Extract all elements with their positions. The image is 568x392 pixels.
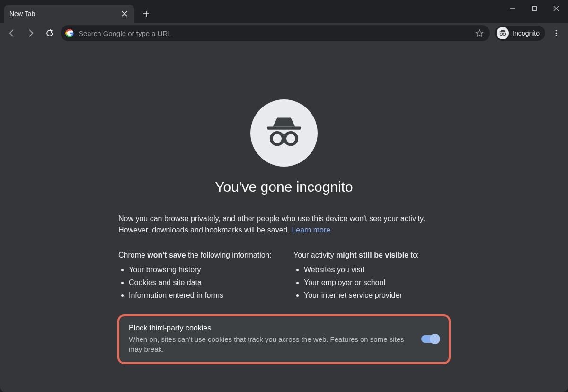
incognito-hero-icon [250,99,318,167]
svg-point-7 [556,35,557,36]
intro-text: Now you can browse privately, and other … [118,213,450,236]
forward-button[interactable] [23,25,39,41]
reload-button[interactable] [42,25,58,41]
svg-point-6 [556,33,557,34]
titlebar: New Tab [0,0,568,23]
visible-to-heading: Your activity might still be visible to: [293,251,450,259]
visible-to-column: Your activity might still be visible to:… [293,251,450,302]
close-window-icon[interactable] [545,0,567,17]
incognito-icon [497,27,509,39]
block-cookies-toggle[interactable] [421,335,439,343]
close-tab-icon[interactable] [120,9,129,18]
svg-rect-0 [532,7,537,11]
info-columns: Chrome won't save the following informat… [118,251,450,302]
svg-rect-8 [267,127,301,130]
svg-point-10 [285,133,297,144]
list-item: Your internet service provider [304,289,450,302]
block-cookies-title: Block third-party cookies [129,324,412,332]
svg-rect-2 [499,32,506,32]
list-item: Your employer or school [304,276,450,289]
svg-point-5 [556,30,557,31]
incognito-badge[interactable]: Incognito [495,26,545,41]
browser-tab[interactable]: New Tab [4,5,134,23]
google-icon [65,29,74,37]
search-input[interactable] [79,29,470,37]
bookmark-star-icon[interactable] [475,28,485,38]
learn-more-link[interactable]: Learn more [292,226,330,234]
toolbar: Incognito [0,23,568,44]
incognito-page: You've gone incognito Now you can browse… [0,44,568,392]
tab-title: New Tab [9,10,115,18]
list-item: Cookies and site data [129,276,275,289]
block-cookies-card: Block third-party cookies When on, sites… [118,315,450,364]
wont-save-column: Chrome won't save the following informat… [118,251,275,302]
back-button[interactable] [4,25,20,41]
incognito-badge-label: Incognito [513,29,540,37]
new-tab-button[interactable] [139,7,153,21]
menu-button[interactable] [548,25,564,41]
address-bar[interactable] [61,25,490,41]
list-item: Information entered in forms [129,289,275,302]
svg-point-3 [500,33,503,35]
maximize-icon[interactable] [524,0,545,17]
page-title: You've gone incognito [215,179,353,195]
block-cookies-desc: When on, sites can't use cookies that tr… [129,334,412,355]
window-controls [502,0,567,17]
svg-point-9 [271,133,283,144]
list-item: Your browsing history [129,263,275,276]
minimize-icon[interactable] [502,0,524,17]
svg-point-4 [503,33,506,35]
wont-save-heading: Chrome won't save the following informat… [118,251,275,259]
list-item: Websites you visit [304,263,450,276]
